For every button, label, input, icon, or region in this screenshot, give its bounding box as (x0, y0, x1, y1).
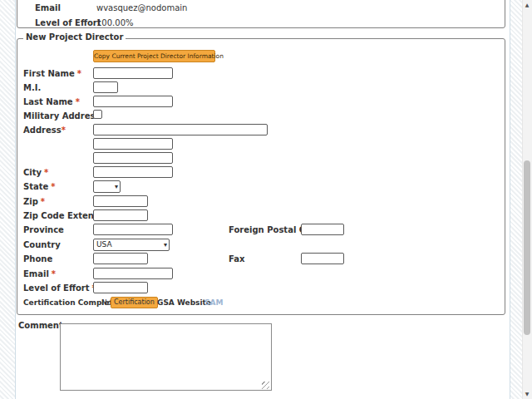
state-label: State* (23, 182, 56, 191)
phone-input[interactable] (93, 253, 148, 264)
level-of-effort-label: Level of Effort* (23, 283, 96, 293)
city-label: City* (23, 168, 48, 177)
fax-label: Fax (229, 254, 244, 264)
address-label: Address* (23, 126, 66, 135)
zip-label: Zip* (23, 197, 45, 206)
page-background-left (0, 0, 16, 399)
required-marker: * (52, 269, 56, 278)
email-label: Email* (23, 269, 56, 278)
required-marker: * (76, 97, 80, 106)
chevron-down-icon: ▾ (115, 181, 118, 192)
current-email-value: wvasquez@nodomain (96, 3, 187, 12)
last-name-label: Last Name* (23, 97, 80, 106)
current-level-of-effort-value: 100.00% (96, 18, 134, 27)
province-input[interactable] (93, 224, 173, 235)
sam-link[interactable]: SAM (204, 298, 223, 307)
required-marker: * (77, 69, 81, 78)
required-marker: * (41, 197, 45, 206)
new-project-director-fieldset (17, 38, 505, 315)
scroll-up-icon[interactable]: ▲ (523, 1, 531, 9)
required-marker: * (44, 168, 48, 177)
country-select[interactable]: USA▾ (93, 239, 170, 251)
military-address-label: Military Address (23, 111, 100, 121)
required-marker: * (51, 182, 55, 191)
comments-textarea[interactable] (60, 323, 272, 391)
city-input[interactable] (93, 166, 173, 178)
gsa-website-label: GSA Website (157, 298, 211, 307)
required-marker: * (62, 126, 66, 135)
page-background-right (510, 0, 523, 399)
chevron-down-icon: ▾ (164, 239, 167, 250)
address-line3-input[interactable] (93, 152, 173, 164)
scroll-down-icon[interactable]: ▼ (523, 390, 531, 398)
last-name-input[interactable] (93, 96, 173, 107)
mi-input[interactable] (93, 81, 118, 93)
first-name-input[interactable] (93, 67, 173, 79)
first-name-label: First Name* (23, 69, 81, 78)
scrollbar-thumb[interactable] (524, 160, 530, 335)
fax-input[interactable] (301, 253, 344, 264)
military-address-checkbox[interactable] (93, 110, 102, 119)
copy-director-button[interactable]: Copy Current Project Director Informatio… (93, 50, 215, 62)
zip-extension-input[interactable] (93, 209, 148, 221)
address-line1-input[interactable] (93, 124, 268, 135)
current-project-director-fieldset: Email wvasquez@nodomain Level of Effort … (17, 0, 505, 28)
level-of-effort-input[interactable] (93, 282, 148, 293)
certification-link[interactable]: Certification (111, 297, 158, 308)
country-label: Country (23, 240, 61, 249)
state-select[interactable]: ▾ (93, 180, 121, 193)
foreign-postal-code-input[interactable] (301, 224, 344, 235)
current-level-of-effort-label: Level of Effort (35, 18, 101, 27)
province-label: Province (23, 225, 64, 234)
current-email-label: Email (35, 3, 61, 12)
address-line2-input[interactable] (93, 138, 173, 150)
mi-label: M.I. (23, 83, 41, 92)
zip-input[interactable] (93, 195, 148, 207)
email-input[interactable] (93, 268, 173, 279)
phone-label: Phone (23, 254, 52, 264)
new-project-director-legend: New Project Director (23, 32, 126, 42)
